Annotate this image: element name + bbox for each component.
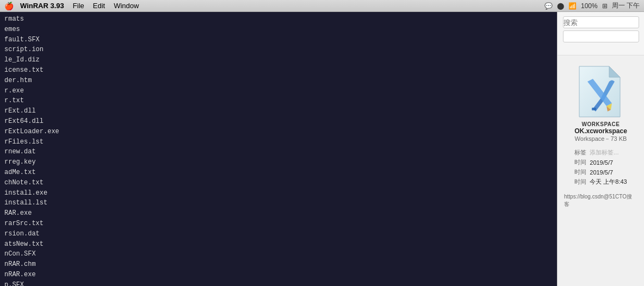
accessed-row: 时间 今天 上午8:43 — [574, 178, 627, 186]
preview-top — [558, 12, 644, 55]
list-item[interactable]: nCon.SFX — [0, 249, 557, 259]
list-item[interactable]: le_Id.diz — [0, 55, 557, 65]
icon-label: WORKSPACE — [577, 121, 626, 127]
apple-menu[interactable]: 🍎 — [4, 2, 14, 10]
accessed-label: 时间 — [574, 178, 590, 186]
modified-label: 时间 — [574, 168, 590, 176]
list-item[interactable]: p.SFX — [0, 280, 557, 286]
list-item[interactable]: install.exe — [0, 188, 557, 198]
list-item[interactable]: RAR.exe — [0, 208, 557, 219]
accessed-value: 今天 上午8:43 — [590, 178, 627, 186]
list-item[interactable]: nRAR.chm — [0, 259, 557, 270]
tag-value[interactable]: 添加标签... — [590, 148, 627, 157]
menu-window[interactable]: Window — [114, 2, 139, 10]
tag-label: 标签 — [574, 148, 590, 157]
list-item[interactable]: rnew.dat — [0, 147, 557, 157]
created-row: 时间 2019/5/7 — [574, 158, 627, 166]
menubar: 🍎 WinRAR 3.93 File Edit Window 💬 ⬤ 📶 100… — [0, 0, 644, 12]
list-item[interactable]: rsion.dat — [0, 229, 557, 239]
list-item[interactable]: rExtLoader.exe — [0, 127, 557, 137]
list-item[interactable]: fault.SFX — [0, 35, 557, 45]
list-item[interactable]: rFiles.lst — [0, 137, 557, 147]
list-item[interactable]: emes — [0, 24, 557, 35]
modified-row: 时间 2019/5/7 — [574, 168, 627, 176]
created-label: 时间 — [574, 158, 590, 166]
search-input[interactable] — [563, 16, 639, 28]
list-item[interactable]: rarSrc.txt — [0, 219, 557, 229]
list-item[interactable]: atsNew.txt — [0, 239, 557, 250]
battery-indicator: 100% — [581, 2, 598, 10]
file-icon: WORKSPACE — [577, 65, 626, 120]
list-item[interactable]: icense.txt — [0, 65, 557, 76]
list-item[interactable]: rExt64.dll — [0, 116, 557, 127]
preview-panel: WORKSPACE OK.xcworkspace Workspace－73 KB… — [557, 12, 644, 286]
wifi-icon: 📶 — [568, 2, 577, 10]
list-item[interactable]: r.exe — [0, 86, 557, 96]
list-item[interactable]: adMe.txt — [0, 167, 557, 178]
list-item[interactable]: rExt.dll — [0, 106, 557, 116]
tag-row: 标签 添加标签... — [574, 148, 627, 157]
created-value: 2019/5/7 — [590, 159, 627, 166]
main-container: rmatsemesfault.SFXscript.ionle_Id.dizice… — [0, 12, 644, 286]
list-item[interactable]: rmats — [0, 14, 557, 24]
list-item[interactable]: chNote.txt — [0, 178, 557, 188]
app-name[interactable]: WinRAR 3.93 — [20, 2, 64, 10]
preview-icon-area: WORKSPACE OK.xcworkspace Workspace－73 KB… — [558, 55, 644, 286]
menu-file[interactable]: File — [73, 2, 84, 10]
modified-value: 2019/5/7 — [590, 169, 627, 176]
svg-rect-0 — [592, 108, 596, 110]
list-item[interactable]: script.ion — [0, 45, 557, 55]
list-item[interactable]: r.txt — [0, 96, 557, 106]
list-item[interactable]: install.lst — [0, 198, 557, 208]
preview-subtitle: Workspace－73 KB — [573, 135, 629, 146]
search-input-2[interactable] — [563, 30, 639, 42]
list-item[interactable]: rreg.key — [0, 157, 557, 167]
menubar-right: 💬 ⬤ 📶 100% ⊞ 周一 下午 — [544, 1, 640, 10]
blog-url[interactable]: https://blog.csdn@51CTO搜客 — [560, 190, 642, 209]
wechat-icon: 💬 — [544, 2, 553, 10]
grid-icon: ⊞ — [602, 2, 608, 10]
preview-meta: 标签 添加标签... 时间 2019/5/7 时间 2019/5/7 时间 今天… — [570, 146, 631, 190]
list-item[interactable]: der.htm — [0, 76, 557, 86]
list-item[interactable]: nRAR.exe — [0, 270, 557, 280]
file-panel[interactable]: rmatsemesfault.SFXscript.ionle_Id.dizice… — [0, 12, 557, 286]
bluetooth-icon: ⬤ — [557, 2, 564, 10]
date-time: 周一 下午 — [612, 1, 640, 10]
menu-edit[interactable]: Edit — [93, 2, 105, 10]
